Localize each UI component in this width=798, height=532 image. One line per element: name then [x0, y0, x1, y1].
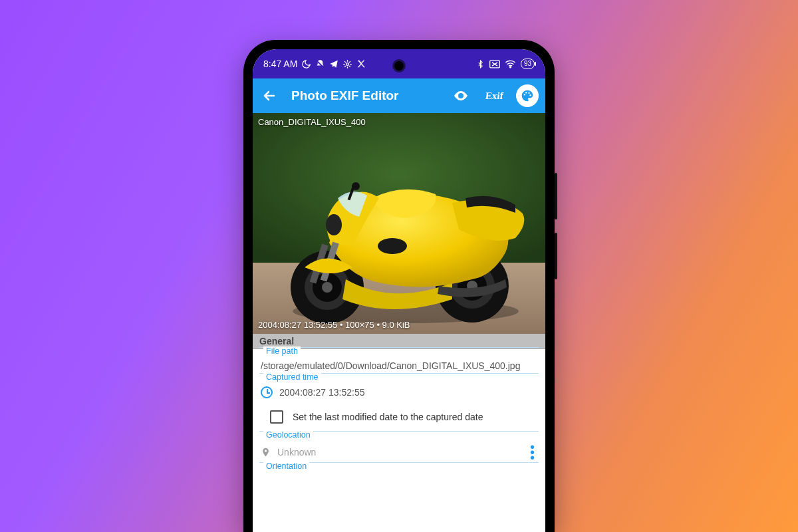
geolocation-menu-button[interactable]: •••	[526, 444, 539, 460]
captured-time-label: Captured time	[263, 372, 321, 382]
svg-point-1	[346, 63, 349, 65]
exif-button[interactable]: Exif	[483, 84, 505, 107]
motorcycle-image	[253, 113, 545, 334]
file-path-value[interactable]: /storage/emulated/0/Download/Canon_DIGIT…	[259, 358, 539, 372]
svg-point-7	[528, 92, 529, 94]
file-path-label: File path	[263, 346, 301, 356]
status-clock: 8:47 AM	[263, 59, 297, 69]
phone-screen: 8:47 AM 93 Photo	[253, 49, 545, 532]
battery-indicator: 93	[521, 59, 535, 69]
moon-icon	[301, 59, 311, 69]
orientation-label: Orientation	[263, 462, 309, 471]
pinwheel-icon	[342, 59, 352, 69]
mute-icon	[315, 59, 325, 69]
svg-point-6	[525, 92, 527, 93]
captured-time-value: 2004:08:27 13:52:55	[279, 387, 364, 398]
field-captured-time: Captured time 2004:08:27 13:52:55	[253, 375, 545, 402]
visibility-button[interactable]	[450, 84, 472, 107]
svg-point-4	[460, 94, 462, 97]
svg-point-19	[322, 282, 332, 293]
exif-icon: Exif	[485, 90, 503, 102]
geolocation-row[interactable]: Unknown •••	[259, 442, 539, 462]
geolocation-label: Geolocation	[263, 430, 313, 440]
gradient-background: 8:47 AM 93 Photo	[0, 0, 798, 532]
bluetooth-icon	[476, 59, 485, 69]
field-file-path: File path /storage/emulated/0/Download/C…	[253, 349, 545, 375]
set-modified-date-checkbox-row[interactable]: Set the last modified date to the captur…	[253, 402, 545, 433]
camera-punch-hole	[394, 61, 404, 70]
svg-point-5	[524, 94, 525, 95]
phone-frame: 8:47 AM 93 Photo	[243, 40, 555, 532]
svg-point-8	[529, 94, 531, 96]
photo-preview[interactable]: Canon_DIGITAL_IXUS_400 2004:08:27 13:52:…	[253, 113, 545, 334]
map-pin-icon	[261, 446, 271, 458]
svg-point-24	[326, 214, 342, 235]
photo-meta-line: 2004:08:27 13:52:55 • 100×75 • 9.0 KiB	[258, 320, 410, 330]
back-button[interactable]	[258, 84, 281, 107]
x-icon	[356, 59, 366, 68]
app-title: Photo EXIF Editor	[291, 88, 439, 103]
geolocation-value: Unknown	[277, 447, 316, 458]
set-modified-date-label: Set the last modified date to the captur…	[293, 412, 483, 422]
wifi-icon	[505, 59, 516, 68]
palette-icon	[521, 89, 534, 102]
theme-button[interactable]	[516, 84, 539, 107]
no-sim-icon	[489, 60, 500, 68]
app-toolbar: Photo EXIF Editor Exif	[253, 78, 545, 113]
telegram-icon	[329, 59, 338, 68]
clock-icon	[261, 386, 273, 398]
svg-point-25	[378, 238, 407, 254]
field-orientation: Orientation	[253, 464, 545, 471]
photo-camera-model: Canon_DIGITAL_IXUS_400	[258, 117, 366, 127]
captured-time-row[interactable]: 2004:08:27 13:52:55	[259, 384, 539, 400]
svg-point-3	[509, 66, 511, 68]
checkbox-unchecked-icon	[270, 410, 283, 424]
field-geolocation: Geolocation Unknown •••	[253, 433, 545, 464]
eye-icon	[453, 88, 469, 104]
arrow-left-icon	[261, 88, 277, 104]
